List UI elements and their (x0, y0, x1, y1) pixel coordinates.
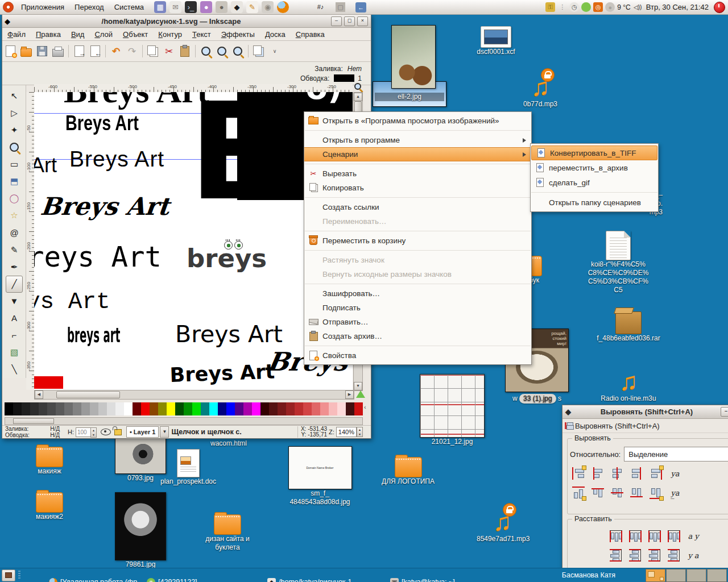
palette-swatch[interactable] (337, 402, 346, 415)
bucket-tool[interactable]: ▼ (6, 293, 23, 310)
package-icon[interactable]: ▦ (154, 1, 166, 13)
firefox-icon[interactable] (277, 1, 289, 13)
text-tool[interactable]: A (6, 310, 23, 327)
desktop-icon-makiyazh-folder[interactable]: макияж (32, 447, 67, 476)
keyboard-layout-icon[interactable]: ← (355, 2, 366, 13)
layer-chevron-icon[interactable]: ▼ (160, 426, 169, 438)
palette-swatch[interactable] (73, 402, 81, 415)
menu-9[interactable]: Справка (291, 30, 330, 39)
menu-2[interactable]: Вид (66, 30, 90, 39)
connector-tool[interactable]: ⌐ (6, 327, 23, 344)
messenger-icon[interactable] (581, 2, 591, 12)
dropper-tool[interactable]: ╲ (6, 361, 23, 378)
inkscape-icon[interactable]: ◆ (231, 1, 243, 13)
pidgin-icon[interactable]: ● (200, 1, 212, 13)
palette-swatch[interactable] (278, 402, 286, 415)
palette-swatch[interactable] (22, 402, 30, 415)
menu-item[interactable]: Свойства (304, 348, 531, 363)
palette-swatch[interactable] (64, 402, 73, 415)
taskbar-handle[interactable] (18, 571, 20, 580)
palette-swatch[interactable] (201, 402, 209, 415)
distribute-equal-horizontal-gaps[interactable] (664, 528, 684, 544)
horizontal-scroll-thumb[interactable] (56, 391, 120, 398)
scroll-left-button[interactable]: ◀ (35, 390, 43, 399)
align-center-horizontal-axis[interactable] (607, 485, 627, 501)
color-wheel-icon[interactable] (356, 390, 365, 398)
palette-swatch[interactable] (269, 402, 278, 415)
palette-swatch[interactable] (167, 402, 175, 415)
distribute-text-horizontally[interactable]: a y (684, 528, 703, 544)
undo-icon[interactable]: ↶ (109, 44, 123, 58)
palette-swatch[interactable] (175, 402, 184, 415)
menu-item[interactable]: сделать_gif (531, 175, 658, 190)
inkscape-titlebar[interactable]: ◆ /home/katya/рисунок-1.svg — Inkscape –… (2, 15, 371, 28)
align-left-edges[interactable] (588, 465, 607, 481)
palette-swatch[interactable] (13, 402, 22, 415)
duplicate-icon[interactable] (252, 44, 266, 58)
panel-menu-1[interactable]: Переход (69, 0, 109, 14)
desktop-icon-floorplan[interactable]: 21021_12.jpg (420, 374, 485, 446)
menu-item[interactable]: Открыть папку сценариев (531, 195, 658, 210)
palette-swatch[interactable] (39, 402, 47, 415)
copy-icon[interactable] (146, 44, 160, 58)
import-icon[interactable]: → (72, 44, 86, 58)
vertical-ruler[interactable]: -50-100-150-200-250-300-350 (26, 92, 35, 390)
palette-swatch[interactable] (184, 402, 192, 415)
palette-swatch[interactable] (320, 402, 329, 415)
player-icon[interactable]: ◉ (262, 1, 274, 13)
distribute-equal-vertical-gaps[interactable] (664, 547, 684, 563)
layer-lock-icon[interactable] (114, 429, 122, 435)
spiral-tool[interactable]: @ (6, 225, 23, 242)
desktop-icon-radio-m3u[interactable]: ♫Radio on-line.m3u (592, 368, 665, 403)
volume-ball-icon[interactable]: ● (605, 2, 615, 12)
maximize-button[interactable]: ◻ (344, 16, 355, 26)
menu-5[interactable]: Контур (153, 30, 187, 39)
distribute-left-edges[interactable] (606, 528, 626, 544)
palette-swatch[interactable] (158, 402, 167, 415)
palette-swatch[interactable] (346, 402, 354, 415)
desktop-icon-koi8-file[interactable]: koi8-r''%F4%C5% C8%CE%C9%DE% C5%D3%CB%CF… (581, 231, 655, 294)
window-icon[interactable]: ▢ (336, 2, 345, 12)
terminal-icon[interactable]: ›_ (185, 1, 197, 13)
palette-swatch[interactable] (30, 402, 39, 415)
zoom-page-icon[interactable] (231, 44, 245, 58)
keys-icon[interactable]: ⚿ (545, 2, 555, 12)
menu-item[interactable]: Вернуть исходные размеры значков (304, 267, 531, 281)
palette-swatch[interactable] (192, 402, 201, 415)
ellipse-tool[interactable]: ◯ (6, 190, 23, 207)
align-center-vertical-axis[interactable] (607, 465, 627, 481)
workspace-2[interactable] (666, 569, 686, 582)
music-note-icon[interactable]: #♪ (316, 2, 325, 12)
horizontal-ruler[interactable]: -600-550-500-450-400-350-300-250 (34, 84, 353, 93)
pen-tool[interactable]: ✒ (6, 259, 23, 276)
menu-item[interactable]: Подписать (304, 301, 531, 315)
palette-swatch[interactable] (5, 402, 13, 415)
palette-swatch[interactable] (115, 402, 124, 415)
align-dialog-titlebar[interactable]: ◆ Выровнять (Shift+Ctrl+A) – ◻ (562, 405, 728, 419)
palette-swatch[interactable] (56, 402, 64, 415)
menu-item[interactable]: Растянуть значок (304, 253, 531, 267)
chevron-down-icon[interactable]: ∨ (268, 44, 282, 58)
export-icon[interactable]: ← (88, 44, 102, 58)
menu-item[interactable]: Открыть в программе (304, 133, 531, 147)
palette-swatch[interactable] (312, 402, 320, 415)
menu-item[interactable]: Создать ссылки (304, 200, 531, 214)
workspace-3[interactable] (686, 569, 706, 582)
palette-swatch[interactable] (141, 402, 150, 415)
desktop-icon-splash-photo[interactable]: 79861.jpg (115, 492, 166, 569)
gimp-icon[interactable]: ● (216, 1, 228, 13)
task-button-3[interactable]: ▣[katya@katya: ~] (390, 575, 475, 582)
selector-tool[interactable]: ↖ (6, 88, 23, 105)
notes-icon[interactable]: ✎ (246, 1, 258, 13)
desktop-icon-pinecones[interactable] (391, 25, 436, 89)
menu-item[interactable]: Зашифровать… (304, 286, 531, 301)
panel-menu-0[interactable]: Приложения (16, 0, 69, 14)
menu-7[interactable]: Эффекты (216, 30, 260, 39)
dots-icon[interactable]: ⋮ (557, 2, 567, 12)
align-top-edges[interactable] (588, 485, 607, 501)
scroll-down-button[interactable]: ▼ (354, 382, 362, 390)
volume-icon[interactable]: ◁)) (633, 2, 643, 12)
cut-icon[interactable]: ✂ (162, 44, 176, 58)
opacity-spinner[interactable]: 100▲▼ (76, 427, 92, 437)
tweak-tool[interactable]: ✦ (6, 122, 23, 139)
